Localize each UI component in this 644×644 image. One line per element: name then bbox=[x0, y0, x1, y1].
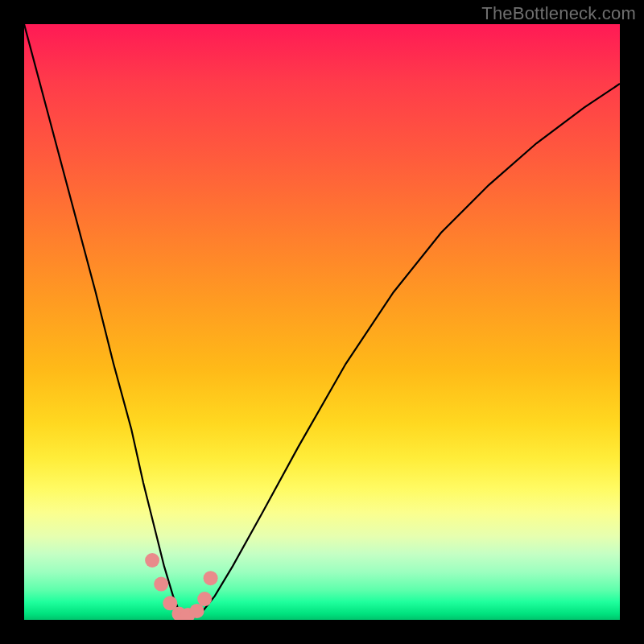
watermark-text: TheBottleneck.com bbox=[481, 3, 636, 24]
plot-area bbox=[24, 24, 620, 620]
chart-frame: TheBottleneck.com bbox=[0, 0, 644, 644]
chart-svg bbox=[24, 24, 620, 620]
marker-point bbox=[145, 553, 159, 568]
bottleneck-curve bbox=[24, 24, 620, 617]
marker-point bbox=[204, 571, 218, 585]
marker-group bbox=[145, 553, 218, 620]
marker-point bbox=[154, 577, 168, 592]
marker-point bbox=[197, 592, 212, 606]
marker-point bbox=[190, 604, 204, 618]
